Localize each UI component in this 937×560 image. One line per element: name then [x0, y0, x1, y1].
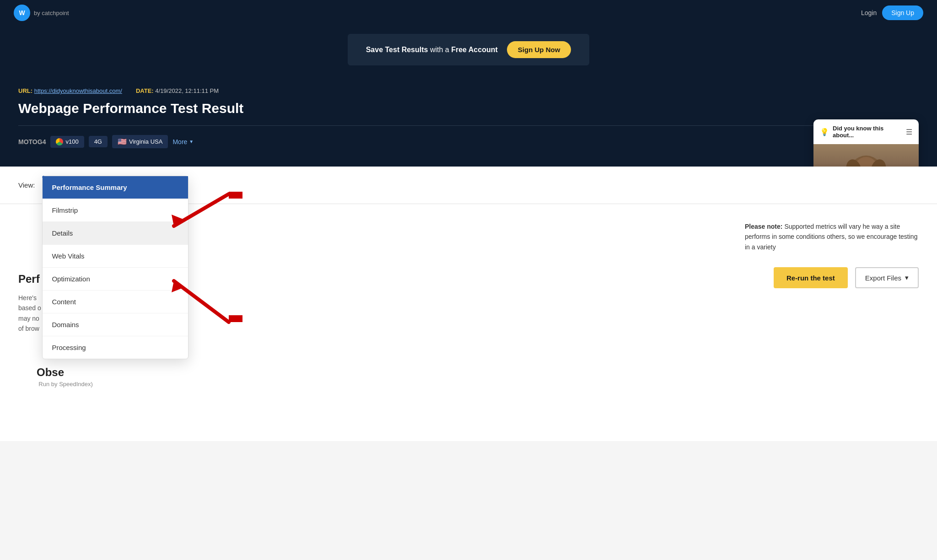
page-title: Webpage Performance Test Result — [18, 101, 919, 116]
note-text: Please note: Supported metrics will vary… — [745, 221, 919, 252]
date-row: DATE: 4/19/2022, 12:11:11 PM — [136, 87, 219, 94]
location-tag: 🇺🇸 Virginia USA — [112, 135, 168, 148]
banner-inner: Save Test Results with a Free Account Si… — [348, 34, 590, 65]
view-dropdown[interactable]: Performance Summary Performance Summary … — [42, 176, 137, 194]
logo: W by catchpoint — [14, 5, 69, 21]
connection-tag: 4G — [89, 136, 108, 147]
observations-title: Observations — [18, 366, 919, 379]
url-date-row: URL: https://didyouknowthisabout.com/ DA… — [18, 87, 919, 94]
nav-right: Login Sign Up — [861, 5, 923, 20]
content-section: View: Performance Summary Performance Su… — [0, 167, 937, 441]
rerun-button[interactable]: Re-run the test — [774, 267, 848, 288]
dyk-title: Did you know this about... — [833, 125, 906, 139]
dropdown-item-domains[interactable]: Domains — [43, 313, 188, 336]
banner-signup-button[interactable]: Sign Up Now — [507, 41, 571, 58]
view-label: View: — [18, 181, 35, 189]
url-link[interactable]: https://didyouknowthisabout.com/ — [34, 87, 122, 94]
dropdown-menu: Performance Summary Filmstrip Details We… — [42, 176, 188, 359]
logo-text: by catchpoint — [34, 10, 69, 16]
dropdown-item-details[interactable]: Details — [43, 222, 188, 245]
chevron-down-icon: ▾ — [905, 274, 909, 282]
dropdown-item-filmstrip[interactable]: Filmstrip — [43, 199, 188, 222]
bulb-icon: 💡 — [820, 128, 829, 136]
export-button[interactable]: Export Files ▾ — [855, 267, 919, 288]
note-box: Please note: Supported metrics will vary… — [745, 221, 919, 252]
dropdown-item-performance-summary[interactable]: Performance Summary — [43, 176, 188, 199]
banner: Save Test Results with a Free Account Si… — [0, 26, 937, 74]
device-label: MOTOG4 — [18, 138, 46, 145]
dropdown-item-content[interactable]: Content — [43, 291, 188, 313]
action-buttons: Re-run the test Export Files ▾ — [774, 267, 919, 288]
tags-row: MOTOG4 v100 4G 🇺🇸 Virginia USA More ▼ — [18, 135, 919, 148]
nav-signup-button[interactable]: Sign Up — [882, 5, 923, 20]
dropdown-item-processing[interactable]: Processing — [43, 336, 188, 359]
dyk-menu-button[interactable]: ☰ — [906, 128, 912, 136]
observations-subtitle: (Run by SpeedIndex) — [18, 381, 919, 388]
top-navigation: W by catchpoint Login Sign Up — [0, 0, 937, 26]
dyk-header: 💡 Did you know this about... ☰ — [813, 119, 919, 144]
header-section: URL: https://didyouknowthisabout.com/ DA… — [0, 74, 937, 167]
chevron-down-icon: ▼ — [189, 139, 194, 144]
browser-tag: v100 — [50, 136, 84, 148]
flag-icon: 🇺🇸 — [118, 137, 127, 146]
chrome-icon — [56, 138, 63, 145]
login-link[interactable]: Login — [861, 9, 877, 16]
dropdown-item-optimization[interactable]: Optimization — [43, 268, 188, 291]
more-button[interactable]: More ▼ — [172, 138, 194, 145]
view-row: View: Performance Summary Performance Su… — [0, 167, 937, 204]
logo-icon: W — [14, 5, 30, 21]
banner-text: Save Test Results with a Free Account — [366, 46, 498, 54]
dropdown-item-web-vitals[interactable]: Web Vitals — [43, 245, 188, 268]
divider — [18, 125, 919, 126]
url-label: URL: https://didyouknowthisabout.com/ — [18, 87, 122, 94]
